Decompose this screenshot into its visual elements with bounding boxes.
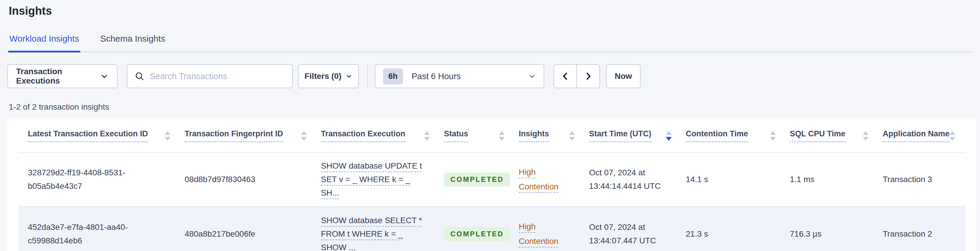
column-header-sql-cpu-time: SQL CPU Time	[790, 129, 883, 142]
cell-transaction-execution: SHOW database UPDATE t SET v = _ WHERE k…	[321, 153, 444, 206]
cell-execution-id: 328729d2-ff19-4408-8531-b05a5b4e43c7	[28, 160, 185, 200]
sort-icon[interactable]	[499, 131, 505, 141]
column-header-label[interactable]: Latest Transaction Execution ID	[28, 129, 148, 142]
application-name-value: Transaction 2	[883, 229, 932, 238]
table-row: 452da3e7-e7fa-4801-aa40-c59988d14eb6 480…	[19, 207, 965, 251]
cell-start-time: Oct 07, 2024 at 13:44:07.447 UTC	[589, 214, 686, 251]
cell-status: COMPLETED	[444, 166, 519, 193]
sql-cpu-time-value: 1.1 ms	[790, 175, 815, 184]
now-button[interactable]: Now	[606, 64, 641, 88]
column-header-status: Status	[444, 129, 519, 142]
insight-link[interactable]: High Contention	[519, 219, 567, 249]
column-header-latest-transaction-execution-id: Latest Transaction Execution ID	[28, 129, 185, 142]
cell-status: COMPLETED	[444, 221, 519, 248]
sort-icon[interactable]	[950, 131, 955, 141]
column-header-transaction-fingerprint-id: Transaction Fingerprint ID	[185, 129, 321, 142]
toolbar-divider	[367, 64, 368, 88]
sort-icon[interactable]	[424, 131, 430, 141]
status-badge: COMPLETED	[444, 227, 510, 241]
insights-table-card: Latest Transaction Execution ID Transact…	[7, 119, 977, 251]
execution-type-dropdown[interactable]: Transaction Executions	[7, 64, 118, 88]
application-name-value: Transaction 3	[883, 175, 932, 184]
chevron-down-icon	[345, 73, 353, 80]
fingerprint-id-value: 480a8b217be006fe	[185, 229, 255, 238]
cell-application-name: Transaction 2	[883, 221, 965, 247]
start-time-value: Oct 07, 2024 at 13:44:07.447 UTC	[589, 221, 673, 248]
fingerprint-id-value: 08d8b7d97f830463	[185, 175, 255, 184]
sql-cpu-time-value: 716.3 µs	[790, 229, 821, 238]
column-header-label[interactable]: Transaction Execution	[321, 129, 405, 142]
cell-insights: High Contention	[519, 158, 589, 201]
filters-dropdown[interactable]: Filters (0)	[298, 64, 359, 88]
column-header-transaction-execution: Transaction Execution	[321, 129, 444, 142]
tab-schema-insights[interactable]: Schema Insights	[99, 34, 167, 53]
transaction-execution-link[interactable]: SHOW database SELECT * FROM t WHERE k = …	[321, 214, 429, 251]
cell-sql-cpu-time: 1.1 ms	[790, 166, 883, 193]
column-header-label[interactable]: Status	[444, 129, 468, 142]
chevron-left-icon	[560, 71, 570, 81]
sort-icon[interactable]	[569, 131, 575, 141]
cell-start-time: Oct 07, 2024 at 13:44:14.4414 UTC	[589, 160, 686, 200]
contention-time-value: 14.1 s	[686, 175, 708, 184]
column-header-contention-time: Contention Time	[686, 129, 790, 142]
table-row: 328729d2-ff19-4408-8531-b05a5b4e43c7 08d…	[19, 153, 965, 207]
execution-id-value: 452da3e7-e7fa-4801-aa40-c59988d14eb6	[28, 221, 154, 248]
time-range-picker[interactable]: 6h Past 6 Hours	[375, 64, 544, 88]
time-range-badge: 6h	[383, 68, 403, 85]
column-header-application-name: Application Name	[883, 129, 965, 142]
insights-tabs: Workload Insights Schema Insights	[7, 34, 973, 53]
column-header-label[interactable]: Start Time (UTC)	[589, 129, 651, 142]
search-icon	[135, 71, 145, 81]
results-summary: 1-2 of 2 transaction insights	[9, 102, 980, 112]
column-header-label[interactable]: SQL CPU Time	[790, 129, 845, 142]
time-range-pager	[554, 64, 600, 88]
previous-time-range-button[interactable]	[554, 64, 577, 88]
cell-sql-cpu-time: 716.3 µs	[790, 221, 883, 247]
chevron-right-icon	[583, 71, 593, 81]
column-header-label[interactable]: Insights	[519, 129, 549, 142]
sort-icon[interactable]	[770, 131, 776, 141]
cell-contention-time: 21.3 s	[686, 221, 790, 247]
chevron-down-icon	[100, 72, 109, 81]
column-header-label[interactable]: Contention Time	[686, 129, 748, 142]
filters-dropdown-label: Filters (0)	[304, 72, 341, 81]
cell-fingerprint-id: 08d8b7d97f830463	[185, 166, 321, 193]
now-button-label: Now	[614, 72, 632, 81]
insight-link[interactable]: High Contention	[519, 165, 567, 194]
status-badge: COMPLETED	[444, 173, 510, 187]
column-header-insights: Insights	[519, 129, 589, 142]
column-header-label[interactable]: Application Name	[883, 129, 950, 142]
chevron-down-icon	[528, 72, 536, 80]
column-header-label[interactable]: Transaction Fingerprint ID	[185, 129, 283, 142]
execution-id-value: 328729d2-ff19-4408-8531-b05a5b4e43c7	[28, 166, 154, 193]
start-time-value: Oct 07, 2024 at 13:44:14.4414 UTC	[589, 166, 673, 193]
column-header-start-time: Start Time (UTC)	[589, 129, 686, 142]
page-title: Insights	[9, 5, 980, 17]
cell-application-name: Transaction 3	[883, 166, 965, 193]
time-range-label: Past 6 Hours	[412, 72, 520, 81]
toolbar: Transaction Executions Filters (0) 6h Pa…	[7, 64, 980, 88]
execution-type-dropdown-label: Transaction Executions	[16, 67, 95, 86]
cell-insights: High Contention	[519, 213, 589, 251]
cell-contention-time: 14.1 s	[686, 166, 790, 193]
sort-icon-active-desc[interactable]	[666, 131, 672, 141]
tab-workload-insights[interactable]: Workload Insights	[8, 34, 80, 53]
cell-transaction-execution: SHOW database SELECT * FROM t WHERE k = …	[321, 207, 444, 251]
next-time-range-button[interactable]	[577, 64, 600, 88]
sort-icon[interactable]	[165, 131, 170, 141]
contention-time-value: 21.3 s	[686, 229, 708, 238]
cell-fingerprint-id: 480a8b217be006fe	[185, 221, 321, 247]
search-input[interactable]	[150, 72, 285, 81]
sort-icon[interactable]	[863, 131, 869, 141]
sort-icon[interactable]	[301, 131, 307, 141]
search-box	[127, 64, 293, 88]
table-header-row: Latest Transaction Execution ID Transact…	[19, 119, 965, 153]
transaction-execution-link[interactable]: SHOW database UPDATE t SET v = _ WHERE k…	[321, 159, 429, 200]
cell-execution-id: 452da3e7-e7fa-4801-aa40-c59988d14eb6	[28, 214, 185, 251]
